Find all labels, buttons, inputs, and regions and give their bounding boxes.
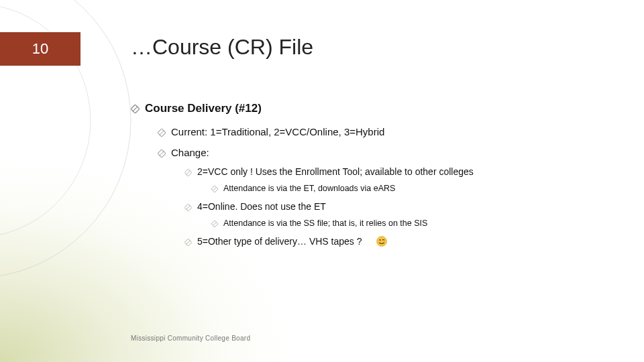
diamond-icon [131, 103, 140, 117]
heading-text: Course Delivery (#12) [145, 102, 262, 115]
vcc-sub-line: Attendance is via the ET, downloads via … [223, 184, 395, 193]
wink-emoji-icon [376, 236, 387, 247]
bullet-lvl4: Attendance is via the ET, downloads via … [211, 184, 617, 194]
svg-line-10 [186, 240, 190, 244]
other-line-wrap: 5=Other type of delivery… VHS tapes ? [197, 236, 387, 247]
bullet-lvl3: 2=VCC only ! Uses the Enrollment Tool; a… [184, 166, 617, 178]
svg-line-3 [133, 107, 138, 111]
slide-number-badge: 10 [0, 32, 80, 66]
current-line: Current: 1=Traditional, 2=VCC/Online, 3=… [171, 126, 384, 137]
svg-line-4 [160, 131, 164, 135]
page-title: …Course (CR) File [131, 35, 313, 60]
svg-line-9 [213, 222, 217, 226]
diamond-icon [158, 127, 166, 139]
diamond-icon [211, 220, 218, 229]
bullet-lvl2: Change: [158, 147, 617, 160]
svg-point-12 [380, 239, 381, 241]
svg-line-6 [186, 170, 190, 174]
content-area: Course Delivery (#12) Current: 1=Traditi… [131, 102, 617, 251]
bullet-lvl3: 4=Online. Does not use the ET [184, 201, 617, 213]
diamond-icon [184, 168, 192, 178]
bullet-lvl4: Attendance is via the SS file; that is, … [211, 219, 617, 229]
svg-line-5 [160, 152, 164, 156]
slide-number: 10 [32, 40, 48, 58]
svg-line-7 [213, 187, 217, 191]
diamond-icon [184, 202, 192, 213]
bullet-lvl1: Course Delivery (#12) [131, 102, 617, 117]
diamond-icon [158, 148, 166, 160]
svg-line-8 [186, 205, 190, 209]
bullet-lvl3: 5=Other type of delivery… VHS tapes ? [184, 236, 617, 248]
other-line: 5=Other type of delivery… VHS tapes ? [197, 236, 362, 247]
online-line: 4=Online. Does not use the ET [197, 201, 326, 212]
vcc-line: 2=VCC only ! Uses the Enrollment Tool; a… [197, 166, 474, 177]
diamond-icon [184, 237, 192, 248]
footer-text: Mississippi Community College Board [131, 335, 250, 342]
online-sub-line: Attendance is via the SS file; that is, … [223, 219, 427, 228]
diamond-icon [211, 185, 218, 194]
bullet-lvl2: Current: 1=Traditional, 2=VCC/Online, 3=… [158, 126, 617, 139]
svg-point-11 [377, 237, 387, 247]
change-label: Change: [171, 147, 209, 158]
